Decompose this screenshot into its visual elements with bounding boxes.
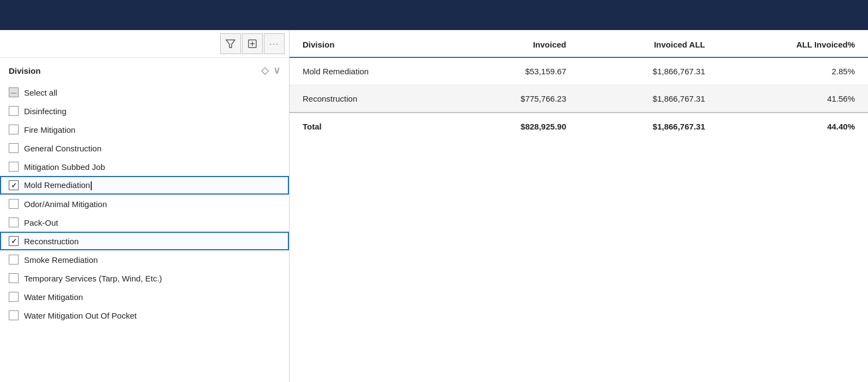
filter-button[interactable] bbox=[220, 33, 241, 54]
main-content: ··· Division ◇ ∨ Select allDisinfectingF… bbox=[0, 30, 868, 382]
checkbox-fire-mitigation[interactable] bbox=[9, 125, 19, 134]
table-row: Reconstruction$775,766.23$1,866,767.3141… bbox=[290, 85, 868, 113]
filter-item-smoke-remediation[interactable]: Smoke Remediation bbox=[0, 250, 289, 269]
filter-item-disinfecting[interactable]: Disinfecting bbox=[0, 102, 289, 120]
filter-item-label-fire-mitigation: Fire Mitigation bbox=[24, 125, 75, 134]
checkbox-pack-out[interactable] bbox=[9, 218, 19, 227]
filter-item-label-select-all: Select all bbox=[24, 88, 57, 97]
filter-item-label-smoke-remediation: Smoke Remediation bbox=[24, 255, 98, 265]
filter-item-mold-remediation[interactable]: Mold Remediation bbox=[0, 176, 289, 195]
checkbox-reconstruction[interactable] bbox=[9, 236, 19, 246]
table-header-row: Division Invoiced Invoiced ALL ALL Invoi… bbox=[290, 30, 868, 57]
filter-item-reconstruction[interactable]: Reconstruction bbox=[0, 232, 289, 250]
table-cell-3: 2.85% bbox=[718, 57, 868, 85]
top-bar bbox=[0, 0, 868, 30]
checkbox-temporary-services[interactable] bbox=[9, 273, 19, 283]
filter-item-label-water-mitigation: Water Mitigation bbox=[24, 292, 83, 302]
filter-item-label-water-mitigation-oop: Water Mitigation Out Of Pocket bbox=[24, 311, 137, 320]
table-cell-1: $775,766.23 bbox=[452, 85, 579, 113]
filter-item-label-pack-out: Pack-Out bbox=[24, 218, 58, 227]
filter-item-mitigation-subbed-job[interactable]: Mitigation Subbed Job bbox=[0, 157, 289, 176]
checkbox-mitigation-subbed-job[interactable] bbox=[9, 162, 19, 172]
diamond-icon[interactable]: ◇ bbox=[261, 64, 269, 77]
more-button[interactable]: ··· bbox=[264, 33, 285, 54]
filter-title: Division bbox=[9, 66, 40, 75]
checkbox-smoke-remediation[interactable] bbox=[9, 255, 19, 265]
filter-item-label-temporary-services: Temporary Services (Tarp, Wind, Etc.) bbox=[24, 274, 162, 283]
total-invoiced: $828,925.90 bbox=[452, 113, 579, 140]
total-label: Total bbox=[290, 113, 452, 140]
chevron-down-icon[interactable]: ∨ bbox=[273, 64, 280, 77]
checkbox-odor-animal-mitigation[interactable] bbox=[9, 199, 19, 209]
filter-item-label-general-construction: General Construction bbox=[24, 144, 102, 153]
filter-item-water-mitigation-oop[interactable]: Water Mitigation Out Of Pocket bbox=[0, 306, 289, 325]
filter-list: Select allDisinfectingFire MitigationGen… bbox=[0, 81, 289, 382]
filter-item-label-reconstruction: Reconstruction bbox=[24, 237, 79, 246]
col-header-invoiced: Invoiced bbox=[452, 30, 579, 57]
filter-item-label-disinfecting: Disinfecting bbox=[24, 107, 67, 116]
table-body: Mold Remediation$53,159.67$1,866,767.312… bbox=[290, 57, 868, 113]
data-table: Division Invoiced Invoiced ALL ALL Invoi… bbox=[290, 30, 868, 140]
total-invoiced-all: $1,866,767.31 bbox=[580, 113, 718, 140]
checkbox-water-mitigation[interactable] bbox=[9, 292, 19, 302]
table-cell-2: $1,866,767.31 bbox=[580, 57, 718, 85]
table-panel: Division Invoiced Invoiced ALL ALL Invoi… bbox=[290, 30, 868, 382]
filter-item-label-mitigation-subbed-job: Mitigation Subbed Job bbox=[24, 162, 105, 172]
svg-marker-0 bbox=[226, 40, 235, 48]
table-cell-2: $1,866,767.31 bbox=[580, 85, 718, 113]
filter-item-fire-mitigation[interactable]: Fire Mitigation bbox=[0, 120, 289, 139]
checkbox-mold-remediation[interactable] bbox=[9, 180, 19, 190]
col-header-division: Division bbox=[290, 30, 452, 57]
filter-item-pack-out[interactable]: Pack-Out bbox=[0, 213, 289, 232]
table-cell-0: Mold Remediation bbox=[290, 57, 452, 85]
filter-item-label-odor-animal-mitigation: Odor/Animal Mitigation bbox=[24, 199, 107, 209]
filter-toolbar: ··· bbox=[0, 30, 289, 58]
table-footer-row: Total $828,925.90 $1,866,767.31 44.40% bbox=[290, 113, 868, 140]
checkbox-select-all[interactable] bbox=[9, 87, 19, 97]
checkbox-disinfecting[interactable] bbox=[9, 106, 19, 116]
table-row: Mold Remediation$53,159.67$1,866,767.312… bbox=[290, 57, 868, 85]
cursor-indicator bbox=[91, 181, 92, 190]
expand-button[interactable] bbox=[242, 33, 263, 54]
filter-header: Division ◇ ∨ bbox=[0, 58, 289, 81]
total-all-invoiced-pct: 44.40% bbox=[718, 113, 868, 140]
table-cell-0: Reconstruction bbox=[290, 85, 452, 113]
filter-item-odor-animal-mitigation[interactable]: Odor/Animal Mitigation bbox=[0, 195, 289, 213]
col-header-invoiced-all: Invoiced ALL bbox=[580, 30, 718, 57]
filter-panel: ··· Division ◇ ∨ Select allDisinfectingF… bbox=[0, 30, 290, 382]
checkbox-water-mitigation-oop[interactable] bbox=[9, 310, 19, 320]
filter-item-temporary-services[interactable]: Temporary Services (Tarp, Wind, Etc.) bbox=[0, 269, 289, 287]
table-cell-1: $53,159.67 bbox=[452, 57, 579, 85]
filter-item-label-mold-remediation: Mold Remediation bbox=[24, 180, 92, 190]
col-header-all-invoiced-pct: ALL Invoiced% bbox=[718, 30, 868, 57]
filter-header-actions: ◇ ∨ bbox=[261, 64, 280, 77]
table-cell-3: 41.56% bbox=[718, 85, 868, 113]
filter-item-water-mitigation[interactable]: Water Mitigation bbox=[0, 287, 289, 306]
filter-item-select-all[interactable]: Select all bbox=[0, 83, 289, 102]
filter-item-general-construction[interactable]: General Construction bbox=[0, 139, 289, 157]
checkbox-general-construction[interactable] bbox=[9, 143, 19, 153]
